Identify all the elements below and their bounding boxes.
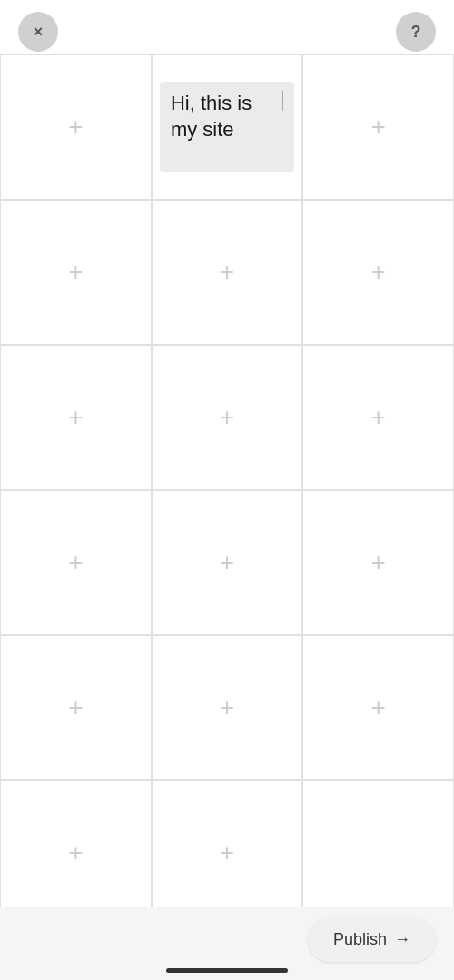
add-block-icon: + — [220, 695, 234, 720]
grid-cell-2-2[interactable]: + — [152, 200, 303, 345]
arrow-icon: → — [394, 930, 410, 949]
add-block-icon: + — [68, 114, 83, 140]
grid-cell-1-1[interactable]: + — [0, 54, 152, 200]
publish-button[interactable]: Publish → — [308, 917, 436, 962]
grid-cell-1-2[interactable]: Hi, this is my site — [152, 54, 303, 200]
text-widget[interactable]: Hi, this is my site — [160, 82, 294, 172]
grid-cell-5-2[interactable]: + — [152, 635, 303, 780]
add-block-icon: + — [370, 405, 385, 430]
grid-cell-6-3[interactable] — [302, 780, 454, 926]
top-bar: × ? — [0, 0, 454, 64]
help-button[interactable]: ? — [396, 12, 436, 52]
publish-label: Publish — [333, 930, 387, 949]
grid-cell-3-3[interactable]: + — [302, 345, 454, 490]
help-icon: ? — [411, 23, 421, 42]
grid-cell-4-1[interactable]: + — [0, 490, 152, 635]
add-block-icon: + — [220, 840, 234, 866]
add-block-icon: + — [68, 840, 83, 866]
text-cursor — [282, 91, 283, 111]
grid-canvas: + Hi, this is my site + + + + + + + + + … — [0, 54, 454, 926]
add-block-icon: + — [68, 695, 83, 720]
grid-cell-5-3[interactable]: + — [302, 635, 454, 780]
grid-cell-4-2[interactable]: + — [152, 490, 303, 635]
site-title-text: Hi, this is my site — [171, 91, 281, 142]
grid-cell-4-3[interactable]: + — [302, 490, 454, 635]
add-block-icon: + — [68, 550, 83, 575]
grid-cell-1-3[interactable]: + — [302, 54, 454, 200]
grid-cell-3-2[interactable]: + — [152, 345, 303, 490]
grid-cell-5-1[interactable]: + — [0, 635, 152, 780]
add-block-icon: + — [220, 550, 234, 575]
add-block-icon: + — [370, 695, 385, 720]
grid-cell-3-1[interactable]: + — [0, 345, 152, 490]
grid-cell-2-3[interactable]: + — [302, 200, 454, 345]
add-block-icon: + — [370, 114, 385, 140]
home-indicator — [166, 968, 288, 973]
close-button[interactable]: × — [18, 12, 58, 52]
add-block-icon: + — [370, 260, 385, 285]
grid-cell-6-2[interactable]: + — [152, 780, 303, 926]
add-block-icon: + — [370, 550, 385, 575]
add-block-icon: + — [68, 405, 83, 430]
grid-cell-6-1[interactable]: + — [0, 780, 152, 926]
add-block-icon: + — [220, 260, 234, 285]
add-block-icon: + — [220, 405, 234, 430]
add-block-icon: + — [68, 260, 83, 285]
close-icon: × — [34, 23, 44, 42]
grid-cell-2-1[interactable]: + — [0, 200, 152, 345]
